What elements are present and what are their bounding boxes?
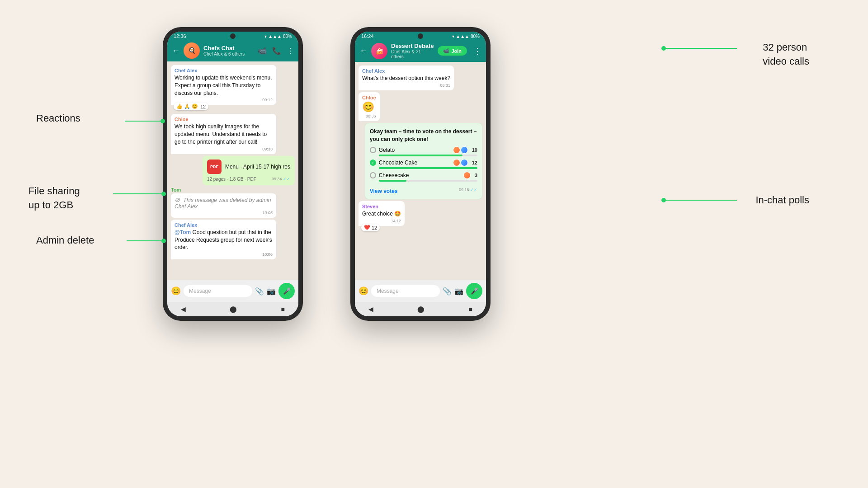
- avatar-1: 🍳: [184, 42, 200, 59]
- poll-title: Okay team – time to vote on the dessert …: [370, 128, 477, 143]
- poll-msg-1: Okay team – time to vote on the dessert …: [365, 123, 482, 200]
- input-bar-2: 😊 Message 📎 📷 🎤: [355, 280, 486, 302]
- input-bar-1: 😊 Message 📎 📷 🎤: [167, 280, 298, 302]
- header-name-2: Dessert Debate: [391, 42, 434, 49]
- back-button-1[interactable]: ←: [172, 46, 180, 56]
- status-time-2: 16:24: [361, 33, 374, 39]
- line-reactions: [125, 121, 162, 122]
- message-input-2[interactable]: Message: [371, 285, 440, 297]
- poll-radio-chocake[interactable]: ✓: [370, 160, 376, 166]
- mini-avatar-2: [461, 146, 468, 154]
- label-reactions: Reactions: [36, 113, 80, 124]
- emoji-icon-1[interactable]: 😊: [171, 286, 181, 296]
- file-header-1: PDF Menu - April 15-17 high res: [207, 160, 290, 174]
- file-msg-1: PDF Menu - April 15-17 high res 12 pages…: [203, 156, 295, 185]
- phone-2-screen: 16:24 ▾ ▲▲▲ 80% ← 🍰 Dessert Debate Chef …: [355, 32, 486, 316]
- signal-icon-2: ▲▲▲: [456, 34, 469, 39]
- sender-chloe: Chloe: [175, 117, 273, 122]
- msg-text-5: @Tom Good question but put that in the P…: [175, 229, 273, 251]
- msg-text-2: We took high quality images for the upda…: [175, 123, 273, 145]
- reaction-bar-steven: ❤️ 12: [361, 224, 380, 231]
- attach-icon-2[interactable]: 📎: [443, 287, 452, 296]
- join-button[interactable]: 📹 Join: [438, 46, 467, 56]
- poll-avatars-chocake: [453, 159, 468, 166]
- message-input-1[interactable]: Message: [184, 285, 252, 297]
- deleted-msg-wrapper: Tom ⊘ This message was deleted by admin …: [171, 187, 295, 218]
- chloe-emoji: 😊: [362, 101, 376, 113]
- sender-chef-alex: Chef Alex: [175, 68, 273, 73]
- nav-recent-2[interactable]: ■: [469, 305, 472, 313]
- deleted-sender: Tom: [171, 187, 295, 192]
- poll-count-chocake: 12: [472, 160, 477, 165]
- mic-button-1[interactable]: 🎤: [278, 283, 295, 299]
- line-polls: [665, 200, 737, 201]
- poll-option-chocake[interactable]: ✓ Chocolate Cake 12: [370, 159, 477, 169]
- nav-bar-1: ◀ ⬤ ■: [167, 302, 298, 316]
- nav-back-2[interactable]: ◀: [368, 305, 373, 313]
- camera-icon-2[interactable]: 📷: [454, 287, 463, 296]
- poll-option-name-cheesecake: Cheesecake: [379, 172, 461, 178]
- poll-check: ✓✓: [470, 188, 477, 192]
- nav-home-1[interactable]: ⬤: [230, 305, 237, 313]
- mic-button-2[interactable]: 🎤: [466, 283, 482, 299]
- msg-time-1: 09:12: [175, 98, 273, 102]
- poll-radio-cheesecake[interactable]: [370, 172, 376, 178]
- status-icons-1: ▾ ▲▲▲ 80%: [264, 34, 292, 39]
- steven-text: Great choice 🤩: [362, 210, 401, 218]
- reaction-thumbs: 👍: [176, 103, 183, 109]
- mini-avatar-1: [453, 146, 460, 154]
- reaction-pray: 🙏: [184, 103, 190, 109]
- file-time-1: 09:34 ✓✓: [272, 177, 290, 181]
- phone-icon-1[interactable]: 📞: [272, 47, 281, 55]
- nav-recent-1[interactable]: ■: [281, 305, 285, 313]
- msg-deleted-1: ⊘ This message was deleted by admin Chef…: [171, 193, 276, 218]
- chat-header-2: ← 🍰 Dessert Debate Chef Alex & 31 others…: [355, 40, 486, 62]
- camera-icon-1[interactable]: 📷: [267, 287, 276, 296]
- menu-icon-1[interactable]: ⋮: [287, 47, 294, 55]
- line-file-sharing: [113, 193, 163, 194]
- battery-2: 80%: [471, 34, 480, 39]
- phone-1: 12:36 ▾ ▲▲▲ 80% ← 🍳 Chefs Chat Chef Alex…: [163, 27, 303, 321]
- input-placeholder-2: Message: [377, 288, 399, 294]
- reaction-count: 12: [200, 104, 206, 109]
- join-label: Join: [451, 48, 462, 54]
- sender-steven: Steven: [362, 204, 401, 209]
- msg-dessert-text: What's the dessert option this week?: [362, 75, 450, 82]
- mention-tom: @Tom: [175, 229, 191, 235]
- poll-radio-gelato[interactable]: [370, 147, 376, 153]
- msg-chef-alex-1: Chef Alex Working to update this weekend…: [171, 65, 276, 105]
- attach-icon-1[interactable]: 📎: [255, 287, 264, 296]
- status-icons-2: ▾ ▲▲▲ 80%: [452, 34, 480, 39]
- view-votes-btn[interactable]: View votes: [370, 188, 398, 194]
- dot-file-sharing: [161, 192, 166, 196]
- video-icon-1[interactable]: 📹: [258, 47, 267, 55]
- join-video-icon: 📹: [443, 48, 449, 54]
- avatar-2: 🍰: [371, 43, 387, 59]
- poll-avatars-gelato: [453, 146, 468, 154]
- mini-avatar-4: [461, 159, 468, 166]
- dot-video-calls: [661, 46, 666, 51]
- poll-bar-gelato: [379, 155, 477, 156]
- msg-chef-alex-reply: Chef Alex @Tom Good question but put tha…: [171, 220, 276, 259]
- nav-back-1[interactable]: ◀: [181, 305, 186, 313]
- nav-home-2[interactable]: ⬤: [417, 305, 425, 313]
- poll-option-cheesecake[interactable]: Cheesecake 3: [370, 172, 477, 182]
- label-file-sharing: File sharingup to 2GB: [28, 184, 80, 212]
- msg-dessert-time: 08:31: [362, 83, 450, 88]
- phone-1-screen: 12:36 ▾ ▲▲▲ 80% ← 🍳 Chefs Chat Chef Alex…: [167, 32, 298, 316]
- msg-chloe-1: Chloe We took high quality images for th…: [171, 114, 276, 154]
- label-video-calls: 32 personvideo calls: [763, 41, 809, 69]
- back-button-2[interactable]: ←: [359, 46, 368, 56]
- reaction-bar-1: 👍 🙏 😊 12: [174, 103, 208, 110]
- chat-header-1: ← 🍳 Chefs Chat Chef Alex & 6 others 📹 📞 …: [167, 40, 298, 61]
- mini-avatar-5: [463, 172, 471, 179]
- menu-icon-2[interactable]: ⋮: [473, 46, 481, 56]
- emoji-icon-2[interactable]: 😊: [359, 286, 368, 296]
- chat-body-2: Chef Alex What's the dessert option this…: [355, 62, 486, 280]
- poll-option-gelato[interactable]: Gelato 10: [370, 146, 477, 156]
- file-meta-1: 12 pages · 1.8 GB · PDF: [207, 177, 256, 182]
- line-admin-delete: [127, 240, 164, 241]
- poll-bar-fill-gelato: [379, 155, 463, 156]
- file-icon-1: PDF: [207, 160, 222, 174]
- msg-steven: Steven Great choice 🤩 14:12 ❤️ 12: [359, 201, 405, 226]
